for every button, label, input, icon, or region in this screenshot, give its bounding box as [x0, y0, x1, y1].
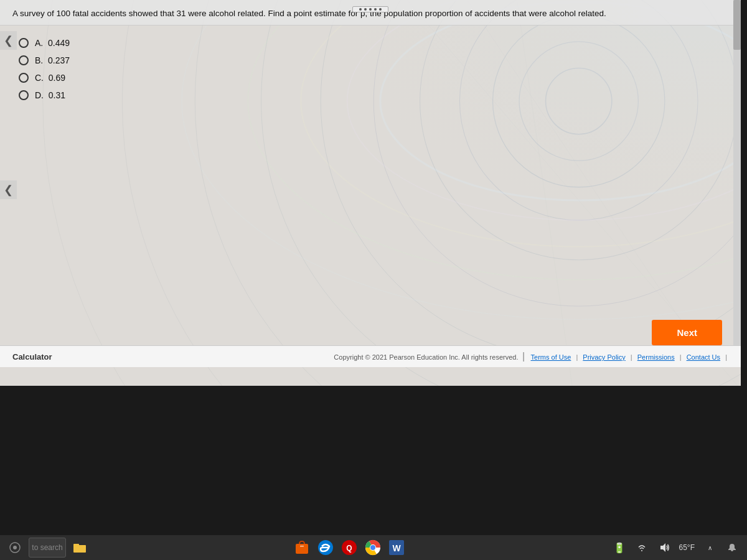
contact-us-link[interactable]: Contact Us — [687, 353, 720, 361]
taskbar-app-chrome[interactable] — [362, 537, 383, 558]
footer-links: Terms of Use | Privacy Policy | Permissi… — [529, 353, 728, 361]
taskbar-temperature[interactable]: 65°F — [677, 538, 697, 558]
dot-4 — [374, 8, 377, 11]
taskbar-expand-icon[interactable]: ∧ — [700, 538, 720, 558]
answer-option-b[interactable]: B. 0.237 — [19, 55, 722, 65]
terms-of-use-link[interactable]: Terms of Use — [531, 353, 571, 361]
taskbar-app-word[interactable]: W — [386, 537, 407, 558]
bottom-bar: Calculator Copyright © 2021 Pearson Educ… — [0, 345, 741, 367]
svg-rect-24 — [73, 544, 79, 546]
svg-rect-25 — [296, 544, 308, 554]
left-arrow-middle[interactable]: ❮ — [0, 180, 17, 199]
scrollbar[interactable] — [733, 0, 741, 361]
svg-point-22 — [13, 546, 17, 549]
taskbar-left: to search — [0, 538, 90, 558]
dot-2 — [364, 8, 367, 11]
taskbar-notifications-icon[interactable] — [722, 538, 742, 558]
svg-rect-26 — [300, 546, 304, 547]
radio-a[interactable] — [19, 38, 29, 48]
answer-option-c[interactable]: C. 0.69 — [19, 73, 722, 83]
dot-3 — [369, 8, 372, 11]
scrollbar-thumb[interactable] — [733, 0, 741, 50]
taskbar-center-apps: Q W — [90, 537, 609, 558]
taskbar-app-red[interactable]: Q — [339, 537, 360, 558]
answers-area: A. 0.449 B. 0.237 C. 0.69 D. 0.31 — [0, 26, 741, 120]
answer-label-b: B. 0.237 — [35, 55, 70, 65]
svg-point-33 — [370, 545, 375, 550]
taskbar-network-icon[interactable] — [632, 538, 652, 558]
file-explorer-icon[interactable] — [70, 538, 90, 558]
radio-c[interactable] — [19, 73, 29, 83]
search-box[interactable]: to search — [29, 538, 66, 558]
taskbar-app-bag[interactable] — [291, 537, 312, 558]
answer-label-a: A. 0.449 — [35, 38, 70, 48]
left-arrow-top[interactable]: ❮ — [0, 31, 17, 50]
radio-d[interactable] — [19, 90, 29, 100]
footer-info: Copyright © 2021 Pearson Education Inc. … — [334, 351, 728, 362]
search-text: to search — [32, 543, 62, 552]
taskbar-volume-icon[interactable] — [654, 538, 674, 558]
temperature-text: 65°F — [679, 543, 695, 552]
dot-1 — [359, 8, 362, 11]
svg-text:W: W — [393, 543, 402, 553]
taskbar-right: 🔋 65°F ∧ — [609, 538, 747, 558]
permissions-link[interactable]: Permissions — [637, 353, 675, 361]
dot-5 — [379, 8, 382, 11]
radio-b[interactable] — [19, 55, 29, 65]
svg-text:Q: Q — [347, 544, 352, 553]
answer-option-d[interactable]: D. 0.31 — [19, 90, 722, 100]
taskbar-battery-icon[interactable]: 🔋 — [609, 538, 629, 558]
answer-label-c: C. 0.69 — [35, 73, 65, 83]
question-area: A survey of 100 fatal accidents showed t… — [0, 0, 741, 26]
copyright-text: Copyright © 2021 Pearson Education Inc. … — [334, 353, 518, 361]
start-button[interactable] — [5, 538, 25, 558]
dots-indicator[interactable] — [352, 6, 388, 12]
privacy-policy-link[interactable]: Privacy Policy — [583, 353, 625, 361]
question-text: A survey of 100 fatal accidents showed t… — [12, 9, 606, 18]
calculator-link[interactable]: Calculator — [12, 352, 52, 362]
main-content-area: ❮ ❮ A survey of 100 fatal accidents show… — [0, 0, 741, 386]
next-button[interactable]: Next — [652, 320, 722, 345]
answer-option-a[interactable]: A. 0.449 — [19, 38, 722, 48]
taskbar-app-edge[interactable] — [315, 537, 336, 558]
svg-marker-36 — [660, 543, 665, 552]
taskbar: to search — [0, 535, 747, 560]
answer-label-d: D. 0.31 — [35, 90, 65, 100]
